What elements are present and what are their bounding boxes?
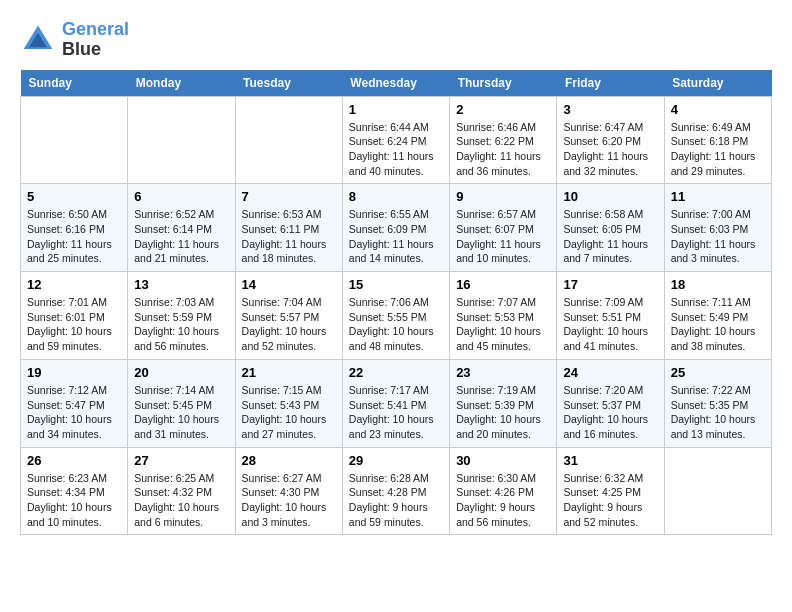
calendar-day-cell: 9Sunrise: 6:57 AM Sunset: 6:07 PM Daylig… xyxy=(450,184,557,272)
calendar-day-cell: 2Sunrise: 6:46 AM Sunset: 6:22 PM Daylig… xyxy=(450,96,557,184)
calendar-day-cell: 30Sunrise: 6:30 AM Sunset: 4:26 PM Dayli… xyxy=(450,447,557,535)
calendar-week-row: 19Sunrise: 7:12 AM Sunset: 5:47 PM Dayli… xyxy=(21,359,772,447)
day-info: Sunrise: 6:30 AM Sunset: 4:26 PM Dayligh… xyxy=(456,471,550,530)
day-info: Sunrise: 7:14 AM Sunset: 5:45 PM Dayligh… xyxy=(134,383,228,442)
calendar-day-cell xyxy=(21,96,128,184)
calendar-header-row: SundayMondayTuesdayWednesdayThursdayFrid… xyxy=(21,70,772,97)
day-number: 19 xyxy=(27,365,121,380)
calendar-day-cell: 1Sunrise: 6:44 AM Sunset: 6:24 PM Daylig… xyxy=(342,96,449,184)
calendar-day-cell: 28Sunrise: 6:27 AM Sunset: 4:30 PM Dayli… xyxy=(235,447,342,535)
day-number: 4 xyxy=(671,102,765,117)
day-number: 6 xyxy=(134,189,228,204)
day-info: Sunrise: 6:25 AM Sunset: 4:32 PM Dayligh… xyxy=(134,471,228,530)
day-number: 15 xyxy=(349,277,443,292)
calendar-day-cell: 16Sunrise: 7:07 AM Sunset: 5:53 PM Dayli… xyxy=(450,272,557,360)
day-number: 18 xyxy=(671,277,765,292)
day-number: 8 xyxy=(349,189,443,204)
day-info: Sunrise: 7:19 AM Sunset: 5:39 PM Dayligh… xyxy=(456,383,550,442)
day-number: 10 xyxy=(563,189,657,204)
day-number: 20 xyxy=(134,365,228,380)
calendar-day-cell: 13Sunrise: 7:03 AM Sunset: 5:59 PM Dayli… xyxy=(128,272,235,360)
day-info: Sunrise: 6:32 AM Sunset: 4:25 PM Dayligh… xyxy=(563,471,657,530)
day-number: 17 xyxy=(563,277,657,292)
weekday-header: Thursday xyxy=(450,70,557,97)
day-info: Sunrise: 7:01 AM Sunset: 6:01 PM Dayligh… xyxy=(27,295,121,354)
calendar-day-cell: 3Sunrise: 6:47 AM Sunset: 6:20 PM Daylig… xyxy=(557,96,664,184)
day-info: Sunrise: 7:15 AM Sunset: 5:43 PM Dayligh… xyxy=(242,383,336,442)
day-number: 2 xyxy=(456,102,550,117)
calendar-day-cell: 27Sunrise: 6:25 AM Sunset: 4:32 PM Dayli… xyxy=(128,447,235,535)
day-info: Sunrise: 6:47 AM Sunset: 6:20 PM Dayligh… xyxy=(563,120,657,179)
day-info: Sunrise: 6:28 AM Sunset: 4:28 PM Dayligh… xyxy=(349,471,443,530)
weekday-header: Friday xyxy=(557,70,664,97)
calendar-day-cell: 22Sunrise: 7:17 AM Sunset: 5:41 PM Dayli… xyxy=(342,359,449,447)
day-info: Sunrise: 7:09 AM Sunset: 5:51 PM Dayligh… xyxy=(563,295,657,354)
day-number: 11 xyxy=(671,189,765,204)
weekday-header: Saturday xyxy=(664,70,771,97)
day-number: 5 xyxy=(27,189,121,204)
calendar-day-cell: 10Sunrise: 6:58 AM Sunset: 6:05 PM Dayli… xyxy=(557,184,664,272)
weekday-header: Tuesday xyxy=(235,70,342,97)
calendar-day-cell: 18Sunrise: 7:11 AM Sunset: 5:49 PM Dayli… xyxy=(664,272,771,360)
weekday-header: Monday xyxy=(128,70,235,97)
day-info: Sunrise: 6:44 AM Sunset: 6:24 PM Dayligh… xyxy=(349,120,443,179)
calendar-day-cell: 17Sunrise: 7:09 AM Sunset: 5:51 PM Dayli… xyxy=(557,272,664,360)
day-info: Sunrise: 7:22 AM Sunset: 5:35 PM Dayligh… xyxy=(671,383,765,442)
calendar-day-cell: 5Sunrise: 6:50 AM Sunset: 6:16 PM Daylig… xyxy=(21,184,128,272)
calendar-day-cell: 14Sunrise: 7:04 AM Sunset: 5:57 PM Dayli… xyxy=(235,272,342,360)
logo: General Blue xyxy=(20,20,129,60)
day-info: Sunrise: 7:17 AM Sunset: 5:41 PM Dayligh… xyxy=(349,383,443,442)
calendar-day-cell: 7Sunrise: 6:53 AM Sunset: 6:11 PM Daylig… xyxy=(235,184,342,272)
weekday-header: Sunday xyxy=(21,70,128,97)
day-info: Sunrise: 7:07 AM Sunset: 5:53 PM Dayligh… xyxy=(456,295,550,354)
day-number: 28 xyxy=(242,453,336,468)
day-number: 23 xyxy=(456,365,550,380)
calendar-day-cell: 19Sunrise: 7:12 AM Sunset: 5:47 PM Dayli… xyxy=(21,359,128,447)
logo-text: General Blue xyxy=(62,20,129,60)
day-info: Sunrise: 7:03 AM Sunset: 5:59 PM Dayligh… xyxy=(134,295,228,354)
calendar-day-cell: 23Sunrise: 7:19 AM Sunset: 5:39 PM Dayli… xyxy=(450,359,557,447)
day-number: 24 xyxy=(563,365,657,380)
day-number: 26 xyxy=(27,453,121,468)
calendar-day-cell: 20Sunrise: 7:14 AM Sunset: 5:45 PM Dayli… xyxy=(128,359,235,447)
day-info: Sunrise: 6:23 AM Sunset: 4:34 PM Dayligh… xyxy=(27,471,121,530)
day-info: Sunrise: 7:12 AM Sunset: 5:47 PM Dayligh… xyxy=(27,383,121,442)
day-info: Sunrise: 6:27 AM Sunset: 4:30 PM Dayligh… xyxy=(242,471,336,530)
calendar-day-cell xyxy=(128,96,235,184)
day-number: 29 xyxy=(349,453,443,468)
calendar-day-cell: 24Sunrise: 7:20 AM Sunset: 5:37 PM Dayli… xyxy=(557,359,664,447)
day-number: 1 xyxy=(349,102,443,117)
day-info: Sunrise: 6:53 AM Sunset: 6:11 PM Dayligh… xyxy=(242,207,336,266)
day-info: Sunrise: 6:46 AM Sunset: 6:22 PM Dayligh… xyxy=(456,120,550,179)
calendar-week-row: 26Sunrise: 6:23 AM Sunset: 4:34 PM Dayli… xyxy=(21,447,772,535)
day-number: 9 xyxy=(456,189,550,204)
calendar-table: SundayMondayTuesdayWednesdayThursdayFrid… xyxy=(20,70,772,536)
day-number: 22 xyxy=(349,365,443,380)
day-number: 16 xyxy=(456,277,550,292)
day-number: 7 xyxy=(242,189,336,204)
day-info: Sunrise: 6:52 AM Sunset: 6:14 PM Dayligh… xyxy=(134,207,228,266)
day-info: Sunrise: 6:49 AM Sunset: 6:18 PM Dayligh… xyxy=(671,120,765,179)
calendar-day-cell: 8Sunrise: 6:55 AM Sunset: 6:09 PM Daylig… xyxy=(342,184,449,272)
weekday-header: Wednesday xyxy=(342,70,449,97)
calendar-day-cell: 29Sunrise: 6:28 AM Sunset: 4:28 PM Dayli… xyxy=(342,447,449,535)
day-number: 21 xyxy=(242,365,336,380)
calendar-day-cell: 31Sunrise: 6:32 AM Sunset: 4:25 PM Dayli… xyxy=(557,447,664,535)
day-number: 25 xyxy=(671,365,765,380)
page-header: General Blue xyxy=(20,20,772,60)
calendar-day-cell: 6Sunrise: 6:52 AM Sunset: 6:14 PM Daylig… xyxy=(128,184,235,272)
calendar-day-cell: 26Sunrise: 6:23 AM Sunset: 4:34 PM Dayli… xyxy=(21,447,128,535)
calendar-week-row: 1Sunrise: 6:44 AM Sunset: 6:24 PM Daylig… xyxy=(21,96,772,184)
day-info: Sunrise: 7:00 AM Sunset: 6:03 PM Dayligh… xyxy=(671,207,765,266)
calendar-day-cell: 11Sunrise: 7:00 AM Sunset: 6:03 PM Dayli… xyxy=(664,184,771,272)
day-number: 27 xyxy=(134,453,228,468)
day-info: Sunrise: 7:04 AM Sunset: 5:57 PM Dayligh… xyxy=(242,295,336,354)
day-info: Sunrise: 7:20 AM Sunset: 5:37 PM Dayligh… xyxy=(563,383,657,442)
day-info: Sunrise: 7:11 AM Sunset: 5:49 PM Dayligh… xyxy=(671,295,765,354)
day-number: 14 xyxy=(242,277,336,292)
calendar-day-cell: 21Sunrise: 7:15 AM Sunset: 5:43 PM Dayli… xyxy=(235,359,342,447)
day-info: Sunrise: 6:58 AM Sunset: 6:05 PM Dayligh… xyxy=(563,207,657,266)
day-info: Sunrise: 7:06 AM Sunset: 5:55 PM Dayligh… xyxy=(349,295,443,354)
day-number: 3 xyxy=(563,102,657,117)
calendar-day-cell xyxy=(235,96,342,184)
